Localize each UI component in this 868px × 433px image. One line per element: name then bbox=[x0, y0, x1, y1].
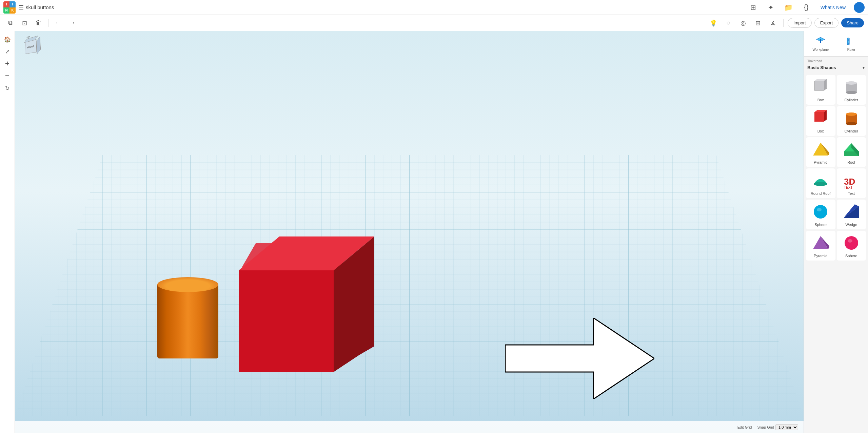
cylinder-top bbox=[157, 277, 218, 292]
svg-point-27 bbox=[846, 122, 857, 125]
zoom-in-button[interactable]: + bbox=[2, 58, 13, 69]
shape-cylinder-gray[interactable]: Cylinder bbox=[837, 75, 866, 105]
box-gray-icon bbox=[811, 78, 830, 97]
svg-marker-23 bbox=[814, 112, 824, 122]
sphere-blue-icon bbox=[811, 202, 830, 221]
shape-roof-green[interactable]: Roof bbox=[837, 137, 866, 167]
toolbar2: ⧉ ⊡ 🗑 ← → 💡 ○ ◎ ⊞ ∡ Import Export Share bbox=[0, 15, 868, 31]
grid-view-button[interactable]: ⊞ bbox=[747, 1, 760, 14]
shape-sphere-pink[interactable]: Sphere bbox=[837, 231, 866, 261]
transform-button[interactable]: ✦ bbox=[765, 1, 777, 14]
grid-floor bbox=[15, 155, 804, 416]
shapes-dropdown-name: Basic Shapes bbox=[807, 65, 836, 70]
shapes-panel: Workplane Ruler Tinkercad Basic Shapes bbox=[804, 31, 868, 433]
shape-roof-label: Roof bbox=[847, 160, 855, 164]
code-button[interactable]: {} bbox=[800, 1, 812, 14]
arrow-annotation bbox=[505, 318, 654, 399]
view-cube[interactable]: FRONT TOP bbox=[20, 37, 44, 60]
target-button[interactable]: ◎ bbox=[737, 17, 749, 29]
shape-wedge-navy[interactable]: Wedge bbox=[837, 200, 866, 229]
light-button[interactable]: 💡 bbox=[707, 17, 719, 29]
import-button[interactable]: Import bbox=[788, 18, 812, 28]
shape-text-label: Text bbox=[848, 191, 855, 195]
logo-t: T bbox=[3, 1, 9, 7]
wedge-navy-icon bbox=[842, 202, 861, 221]
shape-sphere-blue[interactable]: Sphere bbox=[806, 200, 835, 229]
logo: T I N K bbox=[3, 1, 16, 14]
svg-point-37 bbox=[814, 205, 827, 219]
topbar: T I N K ☰ skull buttons ⊞ ✦ 📁 {} What's … bbox=[0, 0, 868, 15]
grid-button[interactable]: ⊞ bbox=[752, 17, 764, 29]
workplane-label: Workplane bbox=[812, 48, 829, 51]
logo-n: N bbox=[3, 7, 9, 14]
svg-point-22 bbox=[846, 81, 857, 85]
svg-marker-1 bbox=[15, 155, 804, 416]
toolbar-separator bbox=[48, 19, 48, 27]
whats-new-button[interactable]: What's New bbox=[818, 3, 848, 12]
shape-pyramid-label: Pyramid bbox=[814, 160, 827, 164]
shape-text-red[interactable]: 3D TEXT Text bbox=[837, 168, 866, 198]
shape-pyramid-purple[interactable]: Pyramid bbox=[806, 231, 835, 261]
export-button[interactable]: Export bbox=[814, 18, 839, 28]
shape-sphere-pink-label: Sphere bbox=[845, 254, 857, 258]
shape-box-gray[interactable]: Box bbox=[806, 75, 835, 105]
shape-pyramid-purple-label: Pyramid bbox=[814, 254, 827, 258]
svg-marker-2 bbox=[239, 270, 334, 372]
copy-button[interactable]: ⧉ bbox=[4, 17, 16, 29]
angle-button[interactable]: ∡ bbox=[767, 17, 779, 29]
shape-cylinder-orange[interactable]: Cylinder bbox=[837, 106, 866, 136]
shape-roundroof-teal[interactable]: Round Roof bbox=[806, 168, 835, 198]
ruler-label: Ruler bbox=[847, 48, 855, 51]
svg-marker-14 bbox=[814, 81, 824, 90]
shape-box-red[interactable]: Box bbox=[806, 106, 835, 136]
zoom-out-button[interactable]: − bbox=[2, 70, 13, 81]
svg-text:3D: 3D bbox=[844, 177, 855, 187]
svg-point-38 bbox=[817, 208, 822, 211]
circle-button[interactable]: ○ bbox=[722, 17, 734, 29]
shape-cylinder-orange-label: Cylinder bbox=[845, 129, 858, 133]
svg-rect-8 bbox=[820, 39, 821, 43]
view-cube-side[interactable] bbox=[37, 36, 41, 55]
svg-point-21 bbox=[846, 91, 857, 94]
pyramid-yellow-icon bbox=[811, 140, 830, 159]
status-bar: Edit Grid Snap Grid 1.0 mm 0.5 mm 2.0 mm bbox=[15, 421, 804, 433]
undo-button[interactable]: ← bbox=[52, 17, 64, 29]
topbar-right: ⊞ ✦ 📁 {} What's New 👤 bbox=[747, 1, 865, 14]
share-button[interactable]: Share bbox=[841, 18, 864, 27]
pyramid-purple-icon bbox=[811, 233, 830, 252]
paste-button[interactable]: ⊡ bbox=[18, 17, 31, 29]
svg-point-44 bbox=[845, 236, 858, 250]
user-button[interactable]: 👤 bbox=[854, 2, 865, 13]
project-title[interactable]: skull buttons bbox=[26, 4, 747, 10]
fit-view-button[interactable]: ⤢ bbox=[2, 46, 13, 57]
ruler-button[interactable]: Ruler bbox=[837, 34, 866, 54]
home-view-button[interactable]: 🏠 bbox=[2, 34, 13, 45]
panel-header: Workplane Ruler bbox=[804, 31, 868, 57]
delete-button[interactable]: 🗑 bbox=[33, 17, 45, 29]
svg-point-34 bbox=[814, 182, 827, 186]
shape-roundroof-label: Round Roof bbox=[811, 191, 831, 195]
shape-sphere-blue-label: Sphere bbox=[815, 223, 827, 227]
edit-grid-label[interactable]: Edit Grid bbox=[737, 425, 752, 429]
svg-text:TEXT: TEXT bbox=[844, 186, 853, 189]
shapes-dropdown[interactable]: Basic Shapes ▾ bbox=[804, 64, 868, 73]
toolbar-separator2 bbox=[783, 19, 784, 27]
roundroof-teal-icon bbox=[811, 171, 830, 190]
red-cube-svg bbox=[232, 236, 374, 372]
redo-button[interactable]: → bbox=[66, 17, 78, 29]
viewport[interactable]: FRONT TOP bbox=[15, 31, 804, 433]
chevron-down-icon: ▾ bbox=[863, 65, 865, 70]
sphere-pink-icon bbox=[842, 233, 861, 252]
cylinder-body bbox=[157, 284, 218, 358]
shape-pyramid-yellow[interactable]: Pyramid bbox=[806, 137, 835, 167]
rotate-view-button[interactable]: ↻ bbox=[2, 83, 13, 94]
ruler-icon bbox=[847, 36, 856, 47]
menu-icon: ☰ bbox=[18, 4, 24, 11]
svg-rect-9 bbox=[847, 38, 849, 45]
workplane-button[interactable]: Workplane bbox=[807, 34, 835, 54]
main-area: 🏠 ⤢ + − ↻ FRONT bbox=[0, 31, 868, 433]
shapes-grid: Box Cylinder bbox=[804, 73, 868, 263]
snap-grid-select[interactable]: 1.0 mm 0.5 mm 2.0 mm bbox=[775, 424, 798, 430]
gallery-button[interactable]: 📁 bbox=[783, 1, 795, 14]
cylinder-shape[interactable] bbox=[157, 277, 218, 358]
